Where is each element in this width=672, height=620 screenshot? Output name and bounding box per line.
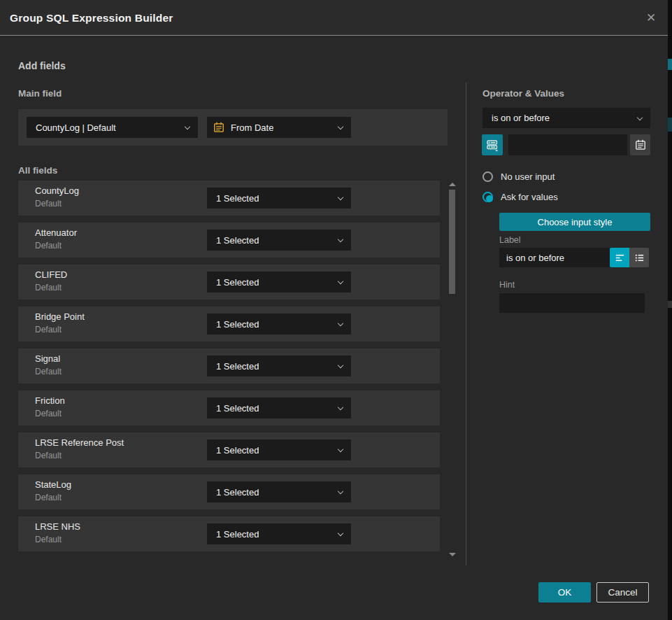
field-row: CLIFED Default 1 Selected bbox=[18, 265, 440, 300]
dialog-title: Group SQL Expression Builder bbox=[10, 0, 173, 36]
layer-dropdown[interactable]: CountyLog | Default bbox=[27, 117, 198, 138]
field-subtitle: Default bbox=[35, 367, 62, 376]
field-subtitle: Default bbox=[35, 409, 62, 418]
field-selection-value: 1 Selected bbox=[216, 235, 259, 246]
operator-dropdown-value: is on or before bbox=[492, 113, 550, 123]
chevron-down-icon bbox=[338, 124, 343, 129]
field-name: LRSE Reference Post bbox=[35, 437, 124, 448]
value-type-button[interactable] bbox=[482, 134, 503, 155]
operator-dropdown[interactable]: is on or before bbox=[482, 108, 650, 128]
calendar-button[interactable] bbox=[630, 134, 650, 155]
main-field-dropdown-value: From Date bbox=[231, 122, 273, 133]
app-edge-accent bbox=[668, 301, 672, 308]
scrollbar-thumb[interactable] bbox=[449, 190, 455, 294]
calendar-icon bbox=[213, 122, 224, 133]
all-fields-heading: All fields bbox=[18, 165, 57, 176]
chevron-down-icon bbox=[338, 195, 343, 200]
cancel-button[interactable]: Cancel bbox=[596, 582, 649, 603]
chevron-down-icon bbox=[338, 530, 343, 536]
list-icon bbox=[634, 252, 645, 264]
app-edge-accent bbox=[668, 59, 672, 70]
chevron-down-icon bbox=[338, 279, 343, 284]
field-subtitle: Default bbox=[35, 199, 62, 209]
chevron-down-icon bbox=[338, 404, 343, 410]
field-selection-dropdown[interactable]: 1 Selected bbox=[207, 481, 351, 502]
radio-ask-for-values-label: Ask for values bbox=[501, 192, 558, 202]
group-sql-expression-builder-dialog: Group SQL Expression Builder ✕ Add field… bbox=[0, 0, 672, 620]
layer-dropdown-value: CountyLog | Default bbox=[36, 122, 116, 133]
chevron-down-icon bbox=[338, 320, 343, 326]
align-left-toggle[interactable] bbox=[610, 248, 629, 267]
choose-input-style-button[interactable]: Choose input style bbox=[499, 213, 650, 231]
app-edge-accent bbox=[668, 118, 672, 132]
field-selection-dropdown[interactable]: 1 Selected bbox=[207, 230, 351, 251]
field-selection-dropdown[interactable]: 1 Selected bbox=[207, 313, 351, 334]
app-edge-strip bbox=[668, 0, 672, 620]
ok-button[interactable]: OK bbox=[538, 582, 591, 603]
field-selection-value: 1 Selected bbox=[216, 361, 259, 372]
field-row: LRSE Reference Post Default 1 Selected bbox=[18, 432, 440, 467]
operator-values-heading: Operator & Values bbox=[482, 88, 564, 99]
dialog-titlebar: Group SQL Expression Builder ✕ bbox=[0, 0, 668, 36]
field-name: Bridge Point bbox=[35, 311, 85, 322]
add-fields-heading: Add fields bbox=[18, 60, 66, 71]
field-row: Bridge Point Default 1 Selected bbox=[18, 307, 440, 341]
scroll-up-icon[interactable] bbox=[449, 183, 456, 186]
field-subtitle: Default bbox=[35, 241, 62, 251]
hint-caption: Hint bbox=[499, 280, 515, 290]
field-name: Signal bbox=[35, 353, 60, 364]
field-selection-dropdown[interactable]: 1 Selected bbox=[207, 355, 351, 376]
value-input[interactable] bbox=[508, 134, 627, 155]
radio-checked-icon[interactable] bbox=[482, 192, 493, 202]
chevron-down-icon bbox=[637, 114, 643, 120]
field-row: Attenuator Default 1 Selected bbox=[18, 223, 440, 258]
field-name: CountyLog bbox=[35, 185, 79, 196]
radio-unchecked-icon[interactable] bbox=[482, 171, 493, 182]
field-selection-dropdown[interactable]: 1 Selected bbox=[207, 188, 351, 209]
field-selection-dropdown[interactable]: 1 Selected bbox=[207, 272, 351, 293]
field-selection-value: 1 Selected bbox=[216, 529, 259, 540]
radio-ask-for-values[interactable]: Ask for values bbox=[482, 192, 558, 202]
field-selection-value: 1 Selected bbox=[216, 445, 259, 456]
radio-no-user-input-label: No user input bbox=[501, 171, 555, 182]
calendar-icon bbox=[635, 139, 646, 150]
field-selection-dropdown[interactable]: 1 Selected bbox=[207, 397, 351, 418]
chevron-down-icon bbox=[338, 237, 343, 242]
field-subtitle: Default bbox=[35, 283, 62, 293]
chevron-down-icon bbox=[338, 446, 343, 452]
align-left-icon bbox=[614, 252, 626, 264]
label-input[interactable] bbox=[499, 248, 610, 267]
hint-input[interactable] bbox=[499, 293, 645, 313]
field-subtitle: Default bbox=[35, 535, 62, 544]
field-row: CountyLog Default 1 Selected bbox=[18, 181, 440, 216]
main-field-dropdown[interactable]: From Date bbox=[207, 117, 351, 138]
unique-values-icon bbox=[486, 139, 499, 152]
field-selection-dropdown[interactable]: 1 Selected bbox=[207, 523, 351, 544]
field-subtitle: Default bbox=[35, 451, 62, 460]
field-name: Attenuator bbox=[35, 227, 77, 238]
list-toggle[interactable] bbox=[629, 248, 649, 267]
field-row: Friction Default 1 Selected bbox=[18, 390, 440, 425]
field-selection-value: 1 Selected bbox=[216, 487, 259, 498]
radio-no-user-input[interactable]: No user input bbox=[482, 171, 555, 182]
field-name: LRSE NHS bbox=[35, 521, 80, 532]
field-row: StateLog Default 1 Selected bbox=[18, 474, 440, 509]
main-field-heading: Main field bbox=[18, 88, 62, 99]
field-subtitle: Default bbox=[35, 493, 62, 502]
field-selection-value: 1 Selected bbox=[216, 193, 259, 204]
chevron-down-icon bbox=[338, 488, 343, 494]
field-selection-value: 1 Selected bbox=[216, 277, 259, 288]
field-selection-dropdown[interactable]: 1 Selected bbox=[207, 439, 351, 460]
label-caption: Label bbox=[499, 235, 521, 245]
field-selection-value: 1 Selected bbox=[216, 403, 259, 414]
scroll-down-icon[interactable] bbox=[449, 553, 456, 556]
close-icon[interactable]: ✕ bbox=[643, 10, 659, 27]
field-name: Friction bbox=[35, 395, 65, 406]
chevron-down-icon bbox=[185, 124, 190, 129]
field-name: StateLog bbox=[35, 479, 71, 490]
all-fields-list: CountyLog Default 1 Selected Attenuator … bbox=[18, 181, 440, 558]
field-name: CLIFED bbox=[35, 269, 67, 280]
chevron-down-icon bbox=[338, 362, 343, 368]
field-subtitle: Default bbox=[35, 325, 62, 334]
field-row: LRSE NHS Default 1 Selected bbox=[18, 516, 440, 551]
